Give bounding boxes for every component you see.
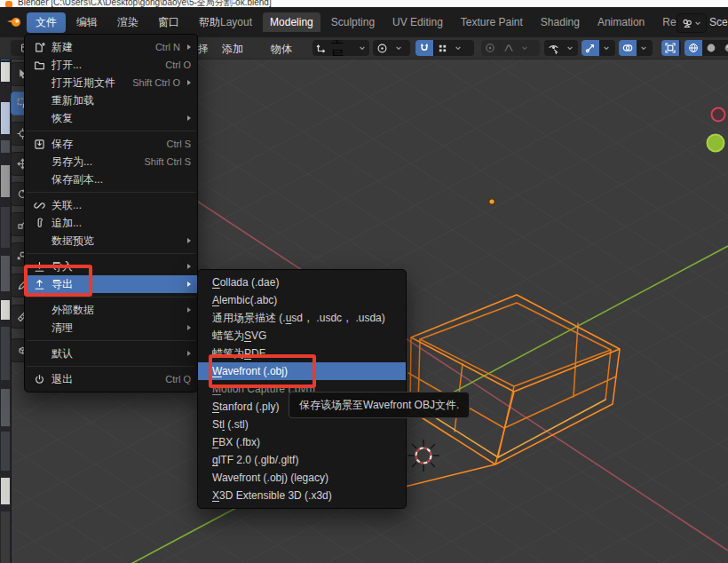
tab-animation[interactable]: Animation [590, 12, 652, 32]
menu-item-label: 数据预览 [51, 234, 180, 249]
tab-modeling[interactable]: Modeling [263, 12, 320, 32]
tab-texture-paint[interactable]: Texture Paint [454, 12, 530, 32]
file-menu-item-append[interactable]: 追加... [25, 214, 197, 232]
blender-logo-icon[interactable] [6, 16, 22, 28]
menu-item-label: Stanford (.ply) [212, 400, 279, 413]
submenu-arrow-icon [187, 282, 191, 287]
menu-item-shortcut: Ctrl Q [165, 374, 191, 385]
export-item-usd[interactable]: 通用场景描述 (.usd， .usdc， .usda) [198, 309, 406, 327]
window-sliver-fragment [1, 256, 10, 291]
menu-item-label: 清理 [51, 321, 180, 336]
shading-wireframe-icon[interactable] [684, 40, 702, 56]
file-menu-item-link[interactable]: 关联... [25, 196, 197, 214]
export-item-grease-pencil-svg[interactable]: 蜡笔为SVG [198, 327, 406, 345]
chevron-down-icon [563, 40, 577, 56]
export-item-x3d[interactable]: X3D Extensible 3D (.x3d) [198, 487, 406, 504]
menu-item-label: 另存为... [51, 155, 138, 170]
object-visibility-dropdown[interactable] [544, 40, 578, 56]
gizmos-toggle-icon[interactable] [582, 40, 599, 56]
topbar-menu-render[interactable]: 渲染 [108, 12, 147, 33]
export-item-stl[interactable]: Stl (.stl) [198, 416, 406, 433]
shading-solid-icon[interactable] [702, 40, 720, 56]
topbar-menu-file[interactable]: 文件 [27, 12, 66, 33]
file-menu-item-defaults[interactable]: 默认 [25, 345, 197, 362]
file-menu-item-new[interactable]: 新建Ctrl N [25, 38, 197, 56]
tab-shading[interactable]: Shading [534, 12, 587, 32]
transform-orientation-dropdown[interactable]: 全局 [313, 40, 369, 56]
snap-toggle-magnet-icon[interactable] [415, 40, 433, 56]
export-item-fbx[interactable]: FBX (.fbx) [198, 433, 406, 451]
tab-layout[interactable]: Layout [213, 12, 259, 32]
file-menu-item-external-data[interactable]: 外部数据 [25, 301, 197, 319]
file-menu-item-save[interactable]: 保存Ctrl S [25, 135, 197, 153]
window-sliver-fragment [1, 432, 10, 471]
folder-icon [32, 59, 46, 71]
tab-sculpting[interactable]: Sculpting [324, 12, 382, 32]
menu-item-label: Wavefront (.obj) (legacy) [212, 472, 328, 484]
visibility-eye-icon [544, 40, 563, 56]
chevron-down-icon [694, 20, 701, 27]
menu-item-shortcut: Ctrl N [155, 42, 180, 52]
submenu-arrow-icon [187, 325, 191, 330]
shading-material-icon[interactable] [720, 40, 728, 56]
topbar-menu-edit[interactable]: 编辑 [67, 12, 107, 33]
scene-name-label: Sce [709, 16, 728, 28]
submenu-arrow-icon [187, 115, 191, 121]
menu-item-shortcut: Shift Ctrl O [132, 77, 180, 88]
menu-item-label: Stl (.stl) [212, 418, 249, 431]
export-item-collada[interactable]: Collada (.dae) [198, 274, 406, 291]
pivot-point-dropdown[interactable] [373, 40, 410, 56]
window-sliver-fragment [1, 165, 10, 197]
menu-item-label: 关联... [51, 198, 191, 213]
menu-separator [27, 192, 195, 193]
file-menu-item-quit[interactable]: 退出Ctrl Q [25, 370, 197, 388]
scene-selector[interactable] [677, 13, 707, 33]
file-menu-item-save-copy[interactable]: 保存副本... [25, 170, 197, 188]
file-new-icon [32, 42, 46, 53]
chevron-down-icon [518, 40, 532, 56]
falloff-curve-icon[interactable] [500, 40, 518, 56]
menu-add[interactable]: 添加 [222, 42, 243, 57]
window-sliver-fragment [1, 62, 10, 82]
export-submenu: Collada (.dae)Alembic(.abc)通用场景描述 (.usd，… [197, 269, 407, 509]
file-menu-item-reload[interactable]: 重新加载 [25, 91, 197, 109]
tab-uv-editing[interactable]: UV Editing [385, 12, 450, 32]
menu-item-shortcut: Ctrl O [165, 59, 191, 70]
menu-item-label: X3D Extensible 3D (.x3d) [212, 489, 332, 502]
file-menu-item-recover[interactable]: 恢复 [25, 109, 197, 127]
menu-item-label: 蜡笔为SVG [212, 329, 266, 344]
paperclip-icon [32, 218, 46, 229]
object-origin-dot [489, 199, 495, 204]
tooltip: 保存该场景至Wavefront OBJ文件. [289, 392, 470, 418]
menu-object[interactable]: 物体 [271, 42, 292, 57]
xray-icon[interactable] [661, 40, 679, 56]
menu-item-label: 通用场景描述 (.usd， .usdc， .usda) [212, 311, 385, 326]
chevron-down-icon [392, 40, 406, 56]
menu-item-label: 打开... [51, 58, 160, 73]
submenu-arrow-icon [187, 307, 191, 313]
proportional-edit-icon[interactable] [481, 40, 499, 56]
export-item-alembic[interactable]: Alembic(.abc) [198, 291, 406, 309]
export-item-wavefront-obj-legacy[interactable]: Wavefront (.obj) (legacy) [198, 469, 406, 487]
file-menu-item-cleanup[interactable]: 清理 [25, 319, 197, 337]
file-menu-item-open[interactable]: 打开...Ctrl O [25, 56, 197, 74]
menu-item-shortcut: Shift Ctrl S [144, 156, 191, 167]
file-menu-item-data-preview[interactable]: 数据预览 [25, 232, 197, 250]
overlays-toggle-icon[interactable] [619, 40, 637, 56]
menu-item-label: 追加... [51, 216, 191, 231]
submenu-arrow-icon [187, 351, 191, 356]
proportional-edit-group [481, 40, 540, 56]
window-sliver-fragment [1, 389, 10, 426]
submenu-arrow-icon [187, 44, 191, 50]
file-menu-item-open-recent[interactable]: 打开近期文件Shift Ctrl O [25, 74, 197, 91]
topbar-menu-window[interactable]: 窗口 [149, 12, 188, 33]
menu-separator [27, 297, 195, 297]
annotation-box-export [24, 265, 92, 297]
menu-item-label: 重新加载 [51, 93, 191, 108]
menu-separator [27, 131, 195, 131]
snap-with-icon[interactable] [434, 40, 451, 56]
file-menu-item-save-as[interactable]: 另存为...Shift Ctrl S [25, 153, 197, 170]
chevron-down-icon [451, 40, 465, 56]
window-sliver-fragment [1, 207, 10, 248]
export-item-gltf[interactable]: glTF 2.0 (.glb/.gltf) [198, 451, 406, 469]
